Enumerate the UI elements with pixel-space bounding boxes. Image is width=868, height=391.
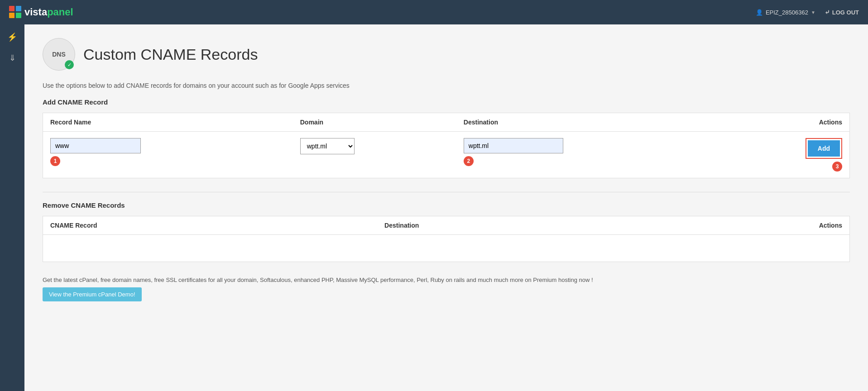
logout-button[interactable]: ⤶ LOG OUT xyxy=(825,9,859,16)
record-name-wrap: 1 xyxy=(50,138,286,166)
brand-text: vistapanel xyxy=(24,6,73,18)
col-domain: Domain xyxy=(293,113,456,132)
dns-badge: DNS ✓ xyxy=(43,38,75,71)
empty-cell-3 xyxy=(643,235,849,262)
user-icon: 👤 xyxy=(756,9,763,16)
remove-section-title: Remove CNAME Records xyxy=(43,201,850,209)
divider xyxy=(43,192,850,192)
sidebar: ⚡ ⇓ xyxy=(0,24,24,391)
user-menu[interactable]: 👤 EPIZ_28506362 ▼ xyxy=(756,9,815,16)
add-btn-container: Add xyxy=(806,138,842,159)
col-dest: Destination xyxy=(377,216,643,235)
navbar-right: 👤 EPIZ_28506362 ▼ ⤶ LOG OUT xyxy=(756,9,859,16)
col-actions: Actions xyxy=(727,113,849,132)
dns-label: DNS xyxy=(52,51,66,58)
dns-check-icon: ✓ xyxy=(65,60,74,69)
navbar: vistapanel 👤 EPIZ_28506362 ▼ ⤶ LOG OUT xyxy=(0,0,868,24)
sidebar-grid-icon[interactable]: ⚡ xyxy=(4,29,20,45)
col-record-name: Record Name xyxy=(43,113,293,132)
add-cname-row: 1 wptt.ml 2 xyxy=(43,132,850,178)
username-label: EPIZ_28506362 xyxy=(766,9,808,16)
brand-panel: panel xyxy=(47,6,73,18)
page-header: DNS ✓ Custom CNAME Records xyxy=(43,38,850,71)
remove-cname-table: CNAME Record Destination Actions xyxy=(43,216,850,262)
destination-wrap: 2 xyxy=(464,138,720,166)
layout: ⚡ ⇓ DNS ✓ Custom CNAME Records Use the o… xyxy=(0,24,868,391)
add-cname-table: Record Name Domain Destination Actions 1 xyxy=(43,113,850,178)
add-action-cell: Add 3 xyxy=(727,132,849,178)
add-section-title: Add CNAME Record xyxy=(43,98,850,106)
empty-row xyxy=(43,235,850,262)
destination-input[interactable] xyxy=(464,138,563,153)
domain-select[interactable]: wptt.ml xyxy=(300,138,355,154)
record-name-input[interactable] xyxy=(50,138,141,153)
col-cname-record: CNAME Record xyxy=(43,216,378,235)
col-actions-remove: Actions xyxy=(643,216,849,235)
brand-vista: vista xyxy=(24,6,47,18)
page-title: Custom CNAME Records xyxy=(83,46,258,63)
add-btn-wrap: Add 3 xyxy=(734,138,842,172)
footer-note: Get the latest cPanel, free domain names… xyxy=(43,276,850,301)
page-description: Use the options below to add CNAME recor… xyxy=(43,82,850,89)
chevron-down-icon: ▼ xyxy=(811,10,815,15)
logout-label: LOG OUT xyxy=(832,9,859,16)
main-content: DNS ✓ Custom CNAME Records Use the optio… xyxy=(24,24,868,391)
domain-cell: wptt.ml xyxy=(293,132,456,178)
logo-icon xyxy=(9,6,22,19)
record-name-cell: 1 xyxy=(43,132,293,178)
logout-icon: ⤶ xyxy=(825,9,830,16)
footer-text: Get the latest cPanel, free domain names… xyxy=(43,277,593,283)
badge-1: 1 xyxy=(50,156,60,166)
empty-cell-1 xyxy=(43,235,378,262)
badge-2: 2 xyxy=(464,156,474,166)
brand: vistapanel xyxy=(9,6,73,19)
add-button[interactable]: Add xyxy=(808,140,840,157)
premium-demo-button[interactable]: View the Premium cPanel Demo! xyxy=(43,287,142,302)
badge-3: 3 xyxy=(832,162,842,172)
destination-cell: 2 xyxy=(456,132,728,178)
col-destination: Destination xyxy=(456,113,728,132)
empty-cell-2 xyxy=(377,235,643,262)
sidebar-download-icon[interactable]: ⇓ xyxy=(4,50,20,66)
